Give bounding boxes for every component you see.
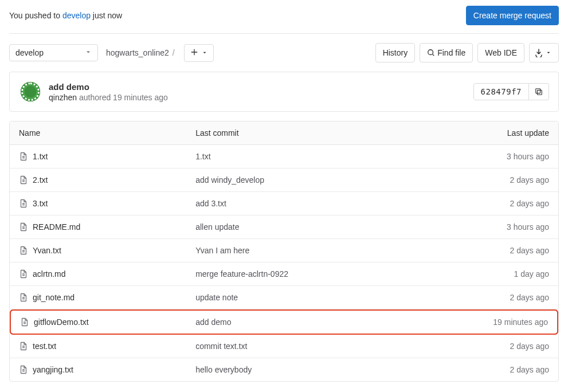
file-link[interactable]: README.md bbox=[19, 222, 177, 232]
file-icon bbox=[19, 342, 28, 351]
push-notice-text: You pushed to develop just now bbox=[9, 11, 122, 20]
web-ide-button[interactable]: Web IDE bbox=[477, 43, 524, 62]
header-last-update: Last update bbox=[409, 121, 558, 145]
file-name: Yvan.txt bbox=[33, 246, 61, 255]
table-row[interactable]: test.txtcommit text.txt2 days ago bbox=[10, 335, 558, 358]
push-suffix: just now bbox=[91, 11, 122, 20]
find-file-button[interactable]: Find file bbox=[420, 43, 473, 62]
commit-meta: qinzhen authored 19 minutes ago bbox=[49, 93, 473, 102]
last-update-cell: 19 minutes ago bbox=[409, 309, 558, 335]
last-update-cell: 3 hours ago bbox=[409, 145, 558, 168]
table-row[interactable]: README.mdallen update3 hours ago bbox=[10, 215, 558, 239]
file-icon bbox=[19, 175, 28, 185]
last-update-cell: 2 days ago bbox=[409, 239, 558, 262]
file-icon bbox=[19, 293, 28, 302]
file-link[interactable]: aclrtn.md bbox=[19, 269, 177, 279]
commit-message-link[interactable]: commit text.txt bbox=[195, 342, 247, 351]
svg-rect-2 bbox=[536, 89, 540, 93]
create-merge-request-button[interactable]: Create merge request bbox=[466, 6, 559, 25]
breadcrumb-separator: / bbox=[173, 48, 175, 57]
last-update-cell: 2 days ago bbox=[409, 358, 558, 381]
commit-message-link[interactable]: add demo bbox=[195, 317, 231, 327]
file-icon bbox=[19, 269, 28, 279]
table-row[interactable]: 1.txt1.txt3 hours ago bbox=[10, 145, 558, 168]
last-update-cell: 3 hours ago bbox=[409, 215, 558, 239]
commit-message-link[interactable]: merge feature-aclrtn-0922 bbox=[195, 269, 288, 279]
file-link[interactable]: 3.txt bbox=[19, 199, 177, 208]
commit-author[interactable]: qinzhen bbox=[49, 93, 77, 102]
file-link[interactable]: test.txt bbox=[19, 342, 177, 351]
header-last-commit: Last commit bbox=[186, 121, 409, 145]
last-commit-card: add demo qinzhen authored 19 minutes ago… bbox=[9, 72, 559, 112]
file-table: Name Last commit Last update 1.txt1.txt3… bbox=[9, 121, 559, 382]
commit-message-link[interactable]: hello everybody bbox=[195, 365, 252, 374]
last-update-cell: 1 day ago bbox=[409, 262, 558, 286]
file-table-header-row: Name Last commit Last update bbox=[10, 121, 558, 145]
plus-icon bbox=[190, 48, 198, 58]
file-name: README.md bbox=[33, 222, 80, 232]
file-link[interactable]: yangjing.txt bbox=[19, 365, 177, 374]
table-row[interactable]: gitflowDemo.txtadd demo19 minutes ago bbox=[10, 309, 558, 335]
commit-message-link[interactable]: add windy_develop bbox=[195, 175, 264, 185]
commit-time: 19 minutes ago bbox=[113, 93, 168, 102]
file-icon bbox=[19, 365, 28, 374]
commit-sha[interactable]: 628479f7 bbox=[473, 83, 529, 100]
table-row[interactable]: Yvan.txtYvan I am here2 days ago bbox=[10, 239, 558, 262]
commit-message-link[interactable]: update note bbox=[195, 293, 238, 302]
file-link[interactable]: 1.txt bbox=[19, 152, 177, 161]
file-link[interactable]: gitflowDemo.txt bbox=[20, 317, 177, 327]
file-icon bbox=[19, 199, 28, 208]
breadcrumb-repo[interactable]: hogwarts_online2 bbox=[106, 48, 169, 57]
copy-sha-button[interactable] bbox=[529, 83, 549, 100]
file-link[interactable]: git_note.md bbox=[19, 293, 177, 302]
file-icon bbox=[19, 222, 28, 232]
add-dropdown-button[interactable] bbox=[184, 44, 214, 62]
history-button[interactable]: History bbox=[375, 43, 416, 62]
tree-controls: develop hogwarts_online2 / History Find … bbox=[9, 43, 559, 62]
file-name: gitflowDemo.txt bbox=[34, 317, 89, 327]
svg-point-0 bbox=[428, 50, 433, 55]
commit-sha-group: 628479f7 bbox=[473, 83, 549, 100]
header-name: Name bbox=[10, 121, 186, 145]
push-notice-bar: You pushed to develop just now Create me… bbox=[9, 0, 559, 34]
last-update-cell: 2 days ago bbox=[409, 335, 558, 358]
commit-authored-text: authored bbox=[79, 93, 111, 102]
chevron-down-icon bbox=[85, 48, 92, 57]
chevron-down-icon bbox=[546, 50, 551, 56]
commit-message-link[interactable]: 1.txt bbox=[195, 152, 210, 161]
push-prefix: You pushed to bbox=[9, 11, 62, 20]
download-icon bbox=[534, 48, 543, 57]
file-name: yangjing.txt bbox=[33, 365, 73, 374]
last-update-cell: 2 days ago bbox=[409, 286, 558, 309]
commit-message-link[interactable]: Yvan I am here bbox=[195, 246, 249, 255]
file-name: test.txt bbox=[33, 342, 56, 351]
svg-rect-1 bbox=[537, 90, 542, 95]
copy-icon bbox=[535, 88, 543, 96]
last-update-cell: 2 days ago bbox=[409, 168, 558, 192]
file-link[interactable]: 2.txt bbox=[19, 175, 177, 185]
file-icon bbox=[19, 152, 28, 161]
tree-action-buttons: History Find file Web IDE bbox=[375, 43, 559, 62]
download-dropdown-button[interactable] bbox=[529, 43, 559, 62]
push-branch-link[interactable]: develop bbox=[62, 11, 91, 20]
file-link[interactable]: Yvan.txt bbox=[19, 246, 177, 255]
table-row[interactable]: 3.txtadd 3.txt2 days ago bbox=[10, 192, 558, 215]
chevron-down-icon bbox=[202, 48, 207, 57]
table-row[interactable]: git_note.mdupdate note2 days ago bbox=[10, 286, 558, 309]
file-icon bbox=[20, 317, 29, 327]
commit-message-link[interactable]: add 3.txt bbox=[195, 199, 226, 208]
last-update-cell: 2 days ago bbox=[409, 192, 558, 215]
table-row[interactable]: aclrtn.mdmerge feature-aclrtn-09221 day … bbox=[10, 262, 558, 286]
avatar[interactable] bbox=[19, 80, 42, 103]
search-icon bbox=[427, 49, 435, 57]
commit-message-link[interactable]: allen update bbox=[195, 222, 239, 232]
branch-selector-label: develop bbox=[15, 48, 44, 57]
find-file-label: Find file bbox=[437, 47, 465, 58]
file-name: 3.txt bbox=[33, 199, 48, 208]
table-row[interactable]: yangjing.txthello everybody2 days ago bbox=[10, 358, 558, 381]
table-row[interactable]: 2.txtadd windy_develop2 days ago bbox=[10, 168, 558, 192]
file-name: 1.txt bbox=[33, 152, 48, 161]
file-name: git_note.md bbox=[33, 293, 75, 302]
branch-selector-dropdown[interactable]: develop bbox=[9, 44, 98, 61]
commit-title[interactable]: add demo bbox=[49, 82, 473, 92]
